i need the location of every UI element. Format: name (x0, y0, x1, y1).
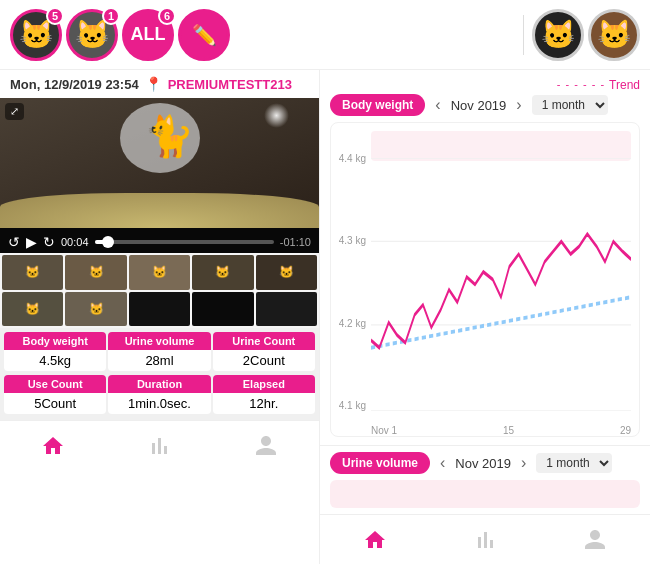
x-label-1: Nov 1 (371, 425, 397, 436)
location-icon: 📍 (145, 76, 162, 92)
y-label-44: 4.4 kg (331, 153, 366, 164)
thumbnails: 🐱 🐱 🐱 🐱 🐱 🐱 🐱 (0, 253, 319, 328)
stat-val-elapsed: 12hr. (213, 393, 315, 414)
y-axis: 4.4 kg 4.3 kg 4.2 kg 4.1 kg (331, 153, 366, 411)
x-label-29: 29 (620, 425, 631, 436)
urine-prev-btn[interactable]: ‹ (436, 454, 449, 472)
thumb-8[interactable] (129, 292, 190, 327)
datetime-label: Mon, 12/9/2019 23:54 (10, 77, 139, 92)
thumb-2[interactable]: 🐱 (65, 255, 126, 290)
period-select[interactable]: 1 month (532, 95, 608, 115)
avatar-cat4[interactable]: 🐱 (588, 9, 640, 61)
urine-period-label: Nov 2019 (455, 456, 511, 471)
y-label-42: 4.2 kg (331, 318, 366, 329)
avatar-cat2[interactable]: 🐱 1 (66, 9, 118, 61)
play-btn[interactable]: ▶ (26, 234, 37, 250)
chart-pink-band (371, 131, 631, 161)
nav-home-right[interactable] (320, 515, 430, 564)
urine-period-select[interactable]: 1 month (536, 453, 612, 473)
thumb-3[interactable]: 🐱 (129, 255, 190, 290)
y-label-41: 4.1 kg (331, 400, 366, 411)
left-panel: Mon, 12/9/2019 23:54 📍 PREMIUMTESTT213 🐈 (0, 70, 320, 564)
stat-label-body-weight: Body weight (4, 332, 106, 350)
right-avatars: 🐱 🐱 (532, 9, 640, 61)
thumb-1[interactable]: 🐱 (2, 255, 63, 290)
time-remaining: -01:10 (280, 236, 311, 248)
body-weight-chart: 4.4 kg 4.3 kg 4.2 kg 4.1 kg (330, 122, 640, 437)
main-content: Mon, 12/9/2019 23:54 📍 PREMIUMTESTT213 🐈 (0, 70, 650, 564)
expand-icon[interactable]: ⤢ (5, 103, 24, 120)
nav-profile-right[interactable] (540, 515, 650, 564)
thumb-6[interactable]: 🐱 (2, 292, 63, 327)
right-panel: - - - - - - Trend Body weight ‹ Nov 2019… (320, 70, 650, 564)
litter (0, 193, 319, 228)
right-panel-scroll: - - - - - - Trend Body weight ‹ Nov 2019… (320, 70, 650, 514)
avatar-edit[interactable]: ✏️ (178, 9, 230, 61)
thumb-10[interactable] (256, 292, 317, 327)
progress-fill (95, 240, 109, 244)
period-label: Nov 2019 (451, 98, 507, 113)
stat-val-urine-count: 2Count (213, 350, 315, 371)
stat-duration: Duration 1min.0sec. (108, 375, 210, 416)
trend-dashes: - - - - - - (557, 78, 605, 92)
left-avatars: 🐱 5 🐱 1 ALL 6 ✏️ (10, 9, 515, 61)
x-label-15: 15 (503, 425, 514, 436)
forward-btn[interactable]: ↻ (43, 234, 55, 250)
urine-next-btn[interactable]: › (517, 454, 530, 472)
stat-val-urine-volume: 28ml (108, 350, 210, 371)
time-current: 00:04 (61, 236, 89, 248)
nav-stats-left[interactable] (106, 421, 212, 470)
stat-label-urine-count: Urine Count (213, 332, 315, 350)
trend-label: Trend (609, 78, 640, 92)
avatar-all[interactable]: ALL 6 (122, 9, 174, 61)
nav-stats-right[interactable] (430, 515, 540, 564)
rewind-btn[interactable]: ↺ (8, 234, 20, 250)
body-weight-section: - - - - - - Trend Body weight ‹ Nov 2019… (320, 70, 650, 445)
thumb-7[interactable]: 🐱 (65, 292, 126, 327)
urine-volume-btn[interactable]: Urine volume (330, 452, 430, 474)
next-month-btn[interactable]: › (512, 96, 525, 114)
video-scene: 🐈 (0, 98, 319, 228)
stat-label-use-count: Use Count (4, 375, 106, 393)
stat-urine-count: Urine Count 2Count (213, 332, 315, 373)
avatar-cat1[interactable]: 🐱 5 (10, 9, 62, 61)
badge-all: 6 (158, 7, 176, 25)
stat-label-duration: Duration (108, 375, 210, 393)
bar-chart-icon-right (473, 528, 497, 552)
chart-header-urine-volume: Urine volume ‹ Nov 2019 › 1 month (330, 452, 640, 474)
nav-profile-left[interactable] (213, 421, 319, 470)
progress-dot (102, 236, 114, 248)
chart-header-body-weight: Body weight ‹ Nov 2019 › 1 month (330, 94, 640, 116)
cat-silhouette: 🐈 (144, 113, 194, 160)
thumb-9[interactable] (192, 292, 253, 327)
line-chart-svg (371, 158, 631, 411)
body-weight-btn[interactable]: Body weight (330, 94, 425, 116)
stat-body-weight: Body weight 4.5kg (4, 332, 106, 373)
thumb-4[interactable]: 🐱 (192, 255, 253, 290)
prev-month-btn[interactable]: ‹ (431, 96, 444, 114)
video-placeholder: 🐈 ⤢ (0, 98, 319, 228)
device-name: PREMIUMTESTT213 (168, 77, 292, 92)
avatar-bar: 🐱 5 🐱 1 ALL 6 ✏️ 🐱 (0, 0, 650, 70)
stat-urine-volume: Urine volume 28ml (108, 332, 210, 373)
progress-bar[interactable] (95, 240, 274, 244)
chart-svg-wrap (371, 158, 631, 411)
nav-home-left[interactable] (0, 421, 106, 470)
stat-val-use-count: 5Count (4, 393, 106, 414)
all-label: ALL (131, 24, 166, 45)
stats-grid: Body weight 4.5kg Urine volume 28ml Urin… (0, 328, 319, 420)
avatar-cat3[interactable]: 🐱 (532, 9, 584, 61)
stat-use-count: Use Count 5Count (4, 375, 106, 416)
svg-line-4 (371, 297, 631, 348)
badge-cat1: 5 (46, 7, 64, 25)
stat-elapsed: Elapsed 12hr. (213, 375, 315, 416)
stat-val-duration: 1min.0sec. (108, 393, 210, 414)
edit-icon: ✏️ (192, 23, 217, 47)
info-bar: Mon, 12/9/2019 23:54 📍 PREMIUMTESTT213 (0, 70, 319, 98)
light (264, 103, 289, 128)
home-icon (41, 434, 65, 458)
badge-cat2: 1 (102, 7, 120, 25)
thumb-5[interactable]: 🐱 (256, 255, 317, 290)
urine-chart-placeholder (330, 480, 640, 508)
video-container: 🐈 ⤢ ↺ ▶ ↻ 00:04 (0, 98, 319, 253)
